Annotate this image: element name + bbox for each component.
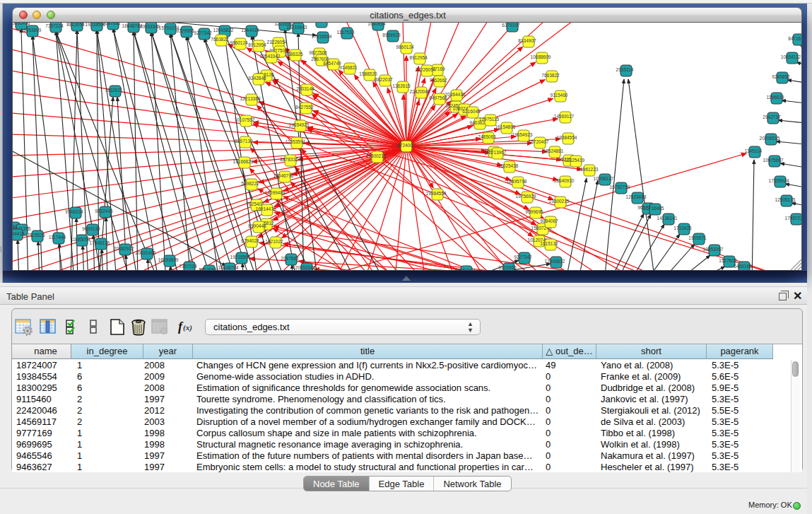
svg-text:1156819: 1156819 (767, 95, 784, 100)
svg-text:9115460: 9115460 (551, 93, 568, 98)
svg-text:8958923: 8958923 (382, 33, 401, 37)
svg-text:17957225: 17957225 (785, 216, 801, 221)
svg-text:9860124: 9860124 (230, 40, 248, 45)
svg-text:7663822: 7663822 (211, 37, 229, 42)
svg-text:1615132: 1615132 (540, 241, 558, 246)
svg-text:1527602: 1527602 (719, 258, 737, 263)
svg-text:9227342: 9227342 (514, 255, 532, 259)
svg-text:8822037: 8822037 (375, 77, 393, 82)
svg-text:19654925: 19654925 (289, 122, 310, 127)
svg-text:16053809: 16053809 (158, 257, 179, 262)
svg-text:7632621: 7632621 (105, 88, 123, 93)
svg-text:8427552: 8427552 (295, 105, 314, 110)
svg-text:9146821: 9146821 (339, 65, 358, 70)
svg-text:16154808: 16154808 (495, 124, 516, 129)
svg-text:9832445: 9832445 (95, 209, 113, 214)
svg-text:23226054: 23226054 (416, 67, 436, 72)
svg-text:19756928: 19756928 (516, 194, 536, 199)
svg-text:8186325: 8186325 (285, 52, 303, 57)
svg-text:12093822: 12093822 (213, 28, 234, 33)
svg-text:12213967: 12213967 (486, 150, 507, 155)
svg-text:12923448: 12923448 (626, 194, 647, 199)
svg-text:1117444: 1117444 (49, 235, 66, 240)
svg-text:1733426: 1733426 (673, 226, 692, 230)
svg-text:7357224: 7357224 (179, 264, 197, 269)
svg-text:18724007: 18724007 (395, 143, 416, 148)
svg-text:22420046: 22420046 (410, 89, 430, 94)
svg-text:10958137: 10958137 (594, 176, 614, 181)
svg-text:1362615: 1362615 (392, 83, 411, 88)
svg-text:7663822: 7663822 (541, 73, 560, 78)
svg-text:16914479: 16914479 (256, 206, 276, 211)
svg-text:20053346: 20053346 (295, 265, 316, 270)
svg-text:18640910: 18640910 (554, 178, 575, 183)
svg-text:8990448: 8990448 (248, 223, 266, 228)
svg-text:9748334: 9748334 (65, 209, 83, 214)
svg-text:2942737: 2942737 (763, 115, 781, 119)
svg-text:10107552: 10107552 (235, 117, 255, 122)
svg-text:15716485: 15716485 (644, 206, 664, 211)
svg-text:10543342: 10543342 (260, 54, 281, 59)
svg-text:1621022: 1621022 (265, 239, 283, 244)
svg-text:16782759: 16782759 (610, 185, 630, 189)
svg-text:9860124: 9860124 (396, 45, 414, 49)
svg-text:6794028: 6794028 (241, 238, 259, 243)
svg-text:11325419: 11325419 (565, 158, 585, 163)
svg-text:8471676: 8471676 (788, 36, 801, 41)
svg-text:10025438: 10025438 (498, 163, 519, 168)
svg-text:10046796: 10046796 (273, 173, 294, 178)
svg-text:8813054: 8813054 (66, 23, 85, 27)
svg-text:9084067: 9084067 (540, 218, 558, 223)
svg-text:19166829: 19166829 (233, 159, 254, 164)
svg-text:1588520: 1588520 (359, 71, 377, 76)
svg-text:14569117: 14569117 (554, 114, 575, 119)
svg-text:1145114: 1145114 (745, 148, 763, 153)
svg-text:12213369: 12213369 (240, 96, 261, 101)
svg-text:20691406: 20691406 (136, 250, 156, 255)
svg-text:16961223: 16961223 (578, 167, 599, 172)
svg-text:8454749: 8454749 (323, 61, 341, 66)
svg-text:20364436: 20364436 (445, 92, 466, 97)
svg-text:12093822: 12093822 (545, 259, 565, 264)
svg-text:14136141: 14136141 (657, 216, 678, 221)
svg-text:19300215: 19300215 (366, 153, 387, 158)
svg-text:10853267: 10853267 (703, 247, 724, 252)
svg-text:1905571: 1905571 (688, 235, 707, 240)
svg-text:7485063: 7485063 (478, 134, 496, 139)
svg-text:18524861: 18524861 (543, 148, 564, 153)
svg-text:16648784: 16648784 (218, 265, 239, 270)
svg-text:19218506: 19218506 (230, 255, 251, 259)
svg-text:9329966: 9329966 (176, 28, 194, 33)
svg-text:17359924: 17359924 (769, 178, 789, 183)
svg-text:7515526: 7515526 (27, 233, 45, 238)
svg-text:12505135: 12505135 (775, 197, 796, 202)
svg-text:16053809: 16053809 (21, 28, 42, 33)
svg-text:(x): (x) (183, 323, 192, 332)
svg-text:9227342: 9227342 (194, 30, 212, 35)
svg-text:8912954: 8912954 (248, 42, 266, 47)
svg-text:19384554: 19384554 (426, 191, 447, 196)
svg-text:10654112: 10654112 (781, 54, 801, 59)
svg-text:20482912: 20482912 (114, 246, 134, 251)
svg-text:20053346: 20053346 (140, 24, 160, 29)
svg-text:7462662: 7462662 (429, 78, 447, 83)
svg-text:12975115: 12975115 (479, 117, 500, 122)
svg-text:9242848: 9242848 (248, 76, 266, 81)
svg-text:15720407: 15720407 (529, 139, 549, 144)
svg-text:8134907: 8134907 (518, 38, 536, 43)
svg-text:6379197: 6379197 (502, 23, 520, 28)
svg-text:11685061: 11685061 (71, 237, 91, 242)
svg-text:6466160: 6466160 (734, 264, 752, 269)
svg-text:11353594: 11353594 (286, 139, 306, 144)
svg-text:9245652: 9245652 (772, 74, 790, 79)
svg-text:19384554: 19384554 (557, 135, 577, 140)
svg-text:14099489: 14099489 (265, 190, 286, 195)
svg-text:1244415: 1244415 (241, 28, 259, 33)
svg-text:19300215: 19300215 (549, 199, 570, 204)
svg-text:20206515: 20206515 (760, 136, 780, 141)
svg-text:17016504: 17016504 (312, 34, 332, 39)
svg-text:2087682: 2087682 (102, 23, 121, 25)
svg-text:18495798: 18495798 (507, 179, 527, 184)
svg-text:13692971: 13692971 (310, 23, 331, 23)
svg-text:6216045: 6216045 (462, 109, 481, 114)
